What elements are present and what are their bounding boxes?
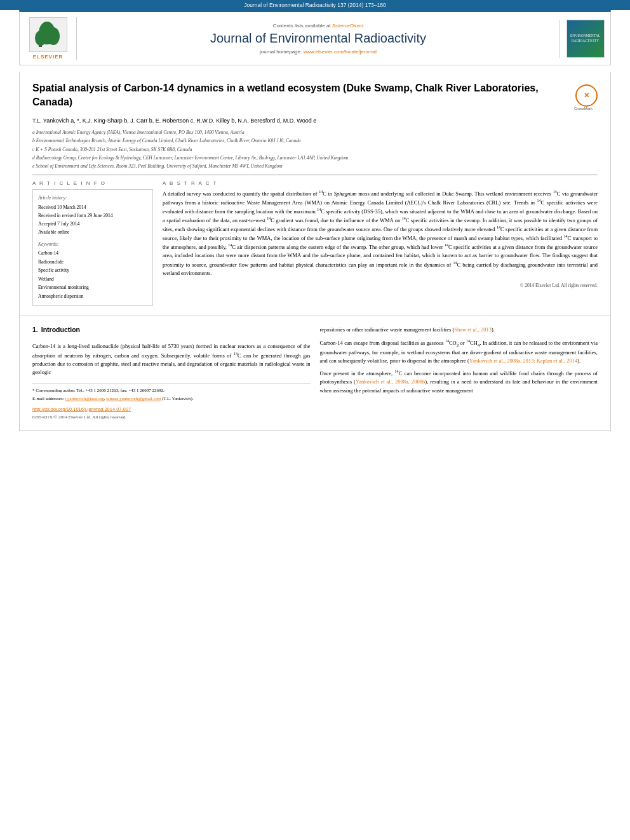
logo-alt-text: ENVIRONMENTAL RADIOACTIVITY — [567, 34, 604, 43]
intro-right-column: repositories or other radioactive waste … — [320, 326, 598, 420]
keyword-5: Environmental monitoring — [38, 283, 147, 292]
keyword-4: Wetland — [38, 275, 147, 284]
keywords-list: Carbon-14 Radionuclide Specific activity… — [38, 249, 147, 300]
crossmark-badge[interactable]: ✕ — [575, 84, 598, 107]
homepage-url[interactable]: www.elsevier.com/locate/jenvrad — [303, 49, 377, 55]
yankovich-photo-ref[interactable]: Yankovich et al., 2008a, 2008b — [356, 378, 425, 385]
affiliation-b: b Environmental Technologies Branch, Ato… — [32, 137, 598, 144]
abstract-text: A detailed survey was conducted to quant… — [163, 189, 598, 277]
affiliation-d: d Radioecology Group, Centre for Ecology… — [32, 154, 598, 161]
keyword-3: Specific activity — [38, 266, 147, 275]
info-abstract-section: A R T I C L E I N F O Article history: R… — [32, 180, 598, 306]
journal-header: ELSEVIER Contents lists available at Sci… — [19, 10, 611, 65]
available-online: Available online — [38, 229, 147, 237]
email-line: E-mail addresses: t.yankovich@iaea.org, … — [32, 396, 311, 403]
abstract-column: A B S T R A C T A detailed survey was co… — [163, 180, 598, 306]
history-label: Article history: — [38, 195, 147, 201]
article-info-header: A R T I C L E I N F O — [32, 180, 153, 186]
keyword-6: Atmospheric dispersion — [38, 292, 147, 301]
journal-main-title: Journal of Environmental Radioactivity — [83, 31, 553, 46]
email-suffix: (T.L. Yankovich). — [162, 396, 193, 401]
yankovich-2008-ref[interactable]: Yankovich et al., 2008a, 2013; Kaplan et… — [469, 357, 577, 364]
intro-paragraph-right-1: repositories or other radioactive waste … — [320, 326, 598, 334]
affiliation-e: e School of Environment and Life Science… — [32, 163, 598, 170]
abstract-header: A B S T R A C T — [163, 180, 598, 186]
keyword-2: Radionuclide — [38, 258, 147, 267]
doi-anchor[interactable]: http://dx.doi.org/10.1016/j.jenvrad.2014… — [32, 406, 131, 412]
intro-left-column: 1. Introduction Carbon-14 is a long-live… — [32, 326, 311, 420]
email-2-link[interactable]: tamara.yankovich@gmail.com — [106, 396, 161, 401]
authors-text: T.L. Yankovich a, *, K.J. King-Sharp b, … — [32, 117, 316, 124]
elsevier-logo-section: ELSEVIER — [20, 17, 77, 60]
article-info-box: Article history: Received 10 March 2014 … — [32, 189, 153, 306]
paper-title: Spatial analysis of Carbon-14 dynamics i… — [32, 81, 598, 110]
keywords-label: Keywords: — [38, 241, 147, 247]
received-date: Received 10 March 2014 — [38, 204, 147, 212]
affiliation-a: a International Atomic Energy Agency (IA… — [32, 129, 598, 136]
intro-section-title: Introduction — [41, 326, 80, 333]
keywords-section: Keywords: Carbon-14 Radionuclide Specifi… — [38, 241, 147, 300]
intro-paragraph-right-2: Carbon-14 can escape from disposal facil… — [320, 338, 598, 366]
divider-line — [32, 175, 598, 175]
footnote-area: * Corresponding author. Tel.: +43 1 2600… — [32, 383, 311, 421]
doi-link[interactable]: http://dx.doi.org/10.1016/j.jenvrad.2014… — [32, 406, 311, 413]
svg-point-2 — [35, 30, 46, 46]
elsevier-brand-label: ELSEVIER — [33, 54, 64, 60]
journal-reference-text: Journal of Environmental Radioactivity 1… — [244, 2, 386, 8]
intro-paragraph-right-3: Once present in the atmosphere, 14C can … — [320, 369, 598, 394]
issn-line: 0265-931X/© 2014 Elsevier Ltd. All right… — [32, 414, 311, 421]
intro-number: 1. — [32, 326, 38, 333]
intro-paragraph-1: Carbon-14 is a long-lived radionuclide (… — [32, 342, 311, 377]
sciencedirect-link[interactable]: ScienceDirect — [332, 23, 363, 29]
elsevier-tree-logo — [29, 17, 67, 52]
sciencedirect-line: Contents lists available at ScienceDirec… — [83, 23, 553, 29]
journal-homepage-line: journal homepage: www.elsevier.com/locat… — [83, 49, 553, 55]
contents-available-text: Contents lists available at — [273, 23, 331, 29]
email-1-link[interactable]: t.yankovich@iaea.org — [65, 396, 104, 401]
svg-point-3 — [47, 27, 60, 45]
introduction-section: 1. Introduction Carbon-14 is a long-live… — [32, 326, 598, 420]
revised-date: Received in revised form 29 June 2014 — [38, 212, 147, 220]
affiliations-section: a International Atomic Energy Agency (IA… — [32, 129, 598, 170]
article-history-items: Received 10 March 2014 Received in revis… — [38, 204, 147, 236]
email-label: E-mail addresses: — [32, 396, 64, 401]
journal-logo-right: ENVIRONMENTAL RADIOACTIVITY — [560, 20, 610, 58]
homepage-label: journal homepage: — [260, 49, 302, 55]
article-info-column: A R T I C L E I N F O Article history: R… — [32, 180, 153, 306]
main-body-section: 1. Introduction Carbon-14 is a long-live… — [19, 316, 611, 430]
shaw-ref-link[interactable]: Shaw et al., 2013 — [454, 326, 492, 333]
authors-line: T.L. Yankovich a, *, K.J. King-Sharp b, … — [32, 116, 598, 125]
accepted-date: Accepted 7 July 2014 — [38, 220, 147, 229]
journal-title-section: Contents lists available at ScienceDirec… — [77, 23, 560, 55]
affiliation-c: c K + S Potash Canada, 300-201 21st Stre… — [32, 146, 598, 153]
paper-content-area: ✕ CrossMark Spatial analysis of Carbon-1… — [19, 72, 611, 316]
journal-cover-image: ENVIRONMENTAL RADIOACTIVITY — [566, 20, 605, 58]
copyright-line: © 2014 Elsevier Ltd. All rights reserved… — [163, 283, 598, 288]
journal-reference-bar: Journal of Environmental Radioactivity 1… — [0, 0, 630, 10]
keyword-1: Carbon-14 — [38, 249, 147, 258]
corresponding-author-note: * Corresponding author. Tel.: +43 1 2600… — [32, 387, 311, 394]
